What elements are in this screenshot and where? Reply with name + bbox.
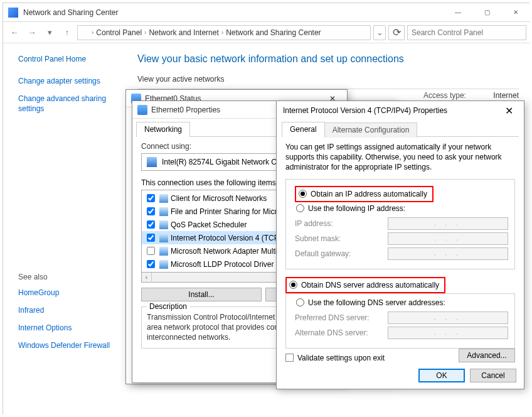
radio-auto-dns-label: Obtain DNS server address automatically	[301, 281, 439, 290]
highlight-auto-ip: Obtain an IP address automatically	[295, 186, 434, 202]
checkbox-icon	[285, 354, 294, 362]
adapter-icon	[147, 157, 157, 167]
item-checkbox[interactable]	[147, 260, 155, 268]
item-label: Client for Microsoft Networks	[171, 194, 267, 203]
cancel-button[interactable]: Cancel	[470, 369, 516, 382]
crumb-0[interactable]: Control Panel	[96, 28, 142, 37]
highlight-auto-dns: Obtain DNS server address automatically	[285, 277, 445, 293]
sidebar-link-adapter[interactable]: Change adapter settings	[18, 76, 127, 86]
ip-address-label: IP address:	[295, 219, 383, 228]
radio-static-ip[interactable]: Use the following IP address:	[295, 202, 508, 215]
description-legend: Description	[147, 302, 189, 311]
radio-auto-dns[interactable]: Obtain DNS server address automatically	[288, 279, 440, 291]
ipv4-close-button[interactable]: ✕	[500, 104, 518, 117]
radio-auto-ip-label: Obtain an IP address automatically	[311, 190, 427, 198]
preferred-dns-input: . . .	[388, 311, 508, 324]
sidebar-link-advanced-sharing[interactable]: Change advanced sharing settings	[18, 94, 127, 114]
default-gateway-input: . . .	[388, 247, 508, 260]
radio-static-ip-label: Use the following IP address:	[308, 204, 405, 213]
nav-up-button[interactable]: ↑	[60, 25, 75, 40]
ipv4-properties-dialog[interactable]: Internet Protocol Version 4 (TCP/IPv4) P…	[276, 100, 524, 389]
sidebar-link-firewall[interactable]: Windows Defender Firewall	[18, 340, 127, 350]
access-type-value: Internet	[493, 91, 519, 100]
minimize-button[interactable]: —	[444, 3, 472, 22]
page-headline: View your basic network information and …	[137, 53, 519, 65]
breadcrumb-dropdown[interactable]: ⌄	[373, 25, 386, 40]
default-gateway-label: Default gateway:	[295, 249, 383, 258]
subnet-mask-label: Subnet mask:	[295, 234, 383, 243]
protocol-icon	[159, 260, 168, 269]
nav-history-button[interactable]: ▾	[42, 25, 57, 40]
item-label: QoS Packet Scheduler	[171, 220, 247, 229]
tab-networking[interactable]: Networking	[136, 122, 190, 137]
tab-general[interactable]: General	[282, 122, 325, 137]
ipv4-dialog-title: Internet Protocol Version 4 (TCP/IPv4) P…	[283, 106, 500, 115]
radio-icon	[296, 204, 304, 212]
protocol-icon	[159, 194, 168, 203]
sidebar-link-homegroup[interactable]: HomeGroup	[18, 288, 127, 298]
ip-address-input: . . .	[388, 217, 508, 230]
item-checkbox[interactable]	[147, 207, 155, 215]
protocol-icon	[159, 220, 168, 229]
item-checkbox[interactable]	[147, 220, 155, 229]
window-titlebar: Network and Sharing Center — ▢ ✕	[3, 3, 530, 22]
item-checkbox[interactable]	[147, 234, 155, 242]
radio-icon	[289, 281, 297, 289]
network-icon	[137, 105, 147, 115]
protocol-icon	[159, 234, 168, 242]
radio-static-dns-label: Use the following DNS server addresses:	[308, 298, 445, 307]
preferred-dns-label: Preferred DNS server:	[295, 313, 383, 322]
sidebar-link-internet-options[interactable]: Internet Options	[18, 323, 127, 333]
window-title: Network and Sharing Center	[23, 8, 444, 17]
toolbar: ← → ▾ ↑ › Control Panel› Network and Int…	[3, 22, 530, 43]
radio-auto-ip[interactable]: Obtain an IP address automatically	[297, 188, 428, 200]
protocol-icon	[159, 247, 168, 256]
install-button[interactable]: Install...	[141, 288, 262, 301]
nav-forward-button[interactable]: →	[24, 25, 40, 40]
subnet-mask-input: . . .	[388, 232, 508, 245]
access-type-label: Access type:	[423, 91, 466, 100]
breadcrumb[interactable]: › Control Panel› Network and Internet› N…	[77, 25, 371, 40]
item-checkbox[interactable]	[147, 194, 155, 202]
validate-label: Validate settings upon exit	[297, 354, 385, 362]
sidebar-link-infrared[interactable]: Infrared	[18, 305, 127, 315]
alternate-dns-input: . . .	[388, 327, 508, 339]
sidebar: Control Panel Home Change adapter settin…	[3, 43, 134, 415]
crumb-2[interactable]: Network and Sharing Center	[226, 28, 321, 37]
crumb-1[interactable]: Network and Internet	[149, 28, 218, 37]
close-button[interactable]: ✕	[501, 3, 530, 22]
ok-button[interactable]: OK	[418, 369, 465, 382]
app-icon	[8, 8, 18, 18]
maximize-button[interactable]: ▢	[472, 3, 501, 22]
protocol-icon	[159, 207, 168, 216]
scroll-left-icon[interactable]: ‹	[142, 273, 152, 283]
breadcrumb-icon	[80, 28, 89, 37]
radio-icon	[299, 190, 307, 198]
search-input[interactable]	[407, 25, 526, 40]
radio-static-dns[interactable]: Use the following DNS server addresses:	[295, 296, 508, 309]
nav-back-button[interactable]: ←	[7, 25, 22, 40]
alternate-dns-label: Alternate DNS server:	[295, 328, 383, 337]
refresh-button[interactable]: ⟳	[388, 25, 405, 40]
radio-icon	[296, 298, 304, 306]
advanced-button[interactable]: Advanced...	[459, 349, 515, 362]
ipv4-intro-text: You can get IP settings assigned automat…	[285, 142, 515, 173]
item-checkbox[interactable]	[147, 247, 155, 255]
control-panel-home-link[interactable]: Control Panel Home	[18, 55, 127, 63]
see-also-header: See also	[18, 273, 127, 281]
tab-alternate-config[interactable]: Alternate Configuration	[324, 122, 418, 138]
item-label: Microsoft LLDP Protocol Driver	[171, 260, 274, 269]
active-networks-header: View your active networks	[137, 75, 519, 84]
